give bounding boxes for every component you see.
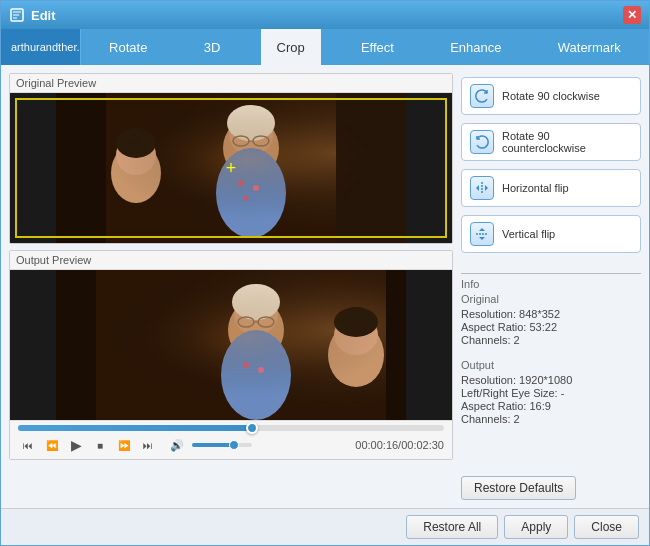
info-section-label: Info (461, 278, 641, 290)
close-window-button[interactable]: ✕ (623, 6, 641, 24)
play-button[interactable]: ▶ (66, 435, 86, 455)
h-flip-button[interactable]: Horizontal flip (461, 169, 641, 207)
volume-slider[interactable] (192, 443, 252, 447)
original-preview-label: Original Preview (10, 74, 452, 93)
right-panel: Rotate 90 clockwise Rotate 90 counterclo… (461, 73, 641, 500)
output-channels: Channels: 2 (461, 413, 641, 425)
tab-effect[interactable]: Effect (345, 29, 410, 65)
output-lr-size: Left/Right Eye Size: - (461, 387, 641, 399)
window-title: Edit (31, 8, 56, 23)
step-back-button[interactable]: ⏪ (42, 435, 62, 455)
title-bar: Edit ✕ (1, 1, 649, 29)
skip-forward-button[interactable]: ⏭ (138, 435, 158, 455)
output-aspect: Aspect Ratio: 16:9 (461, 400, 641, 412)
title-bar-left: Edit (9, 7, 56, 23)
tab-enhance[interactable]: Enhance (434, 29, 517, 65)
step-forward-button[interactable]: ⏩ (114, 435, 134, 455)
svg-marker-42 (476, 185, 479, 191)
original-preview-section: Original Preview (9, 73, 453, 244)
edit-icon (9, 7, 25, 23)
rotate-cw-icon (470, 84, 494, 108)
svg-marker-46 (479, 237, 485, 240)
rotate-ccw-icon (470, 130, 494, 154)
v-flip-label: Vertical flip (502, 228, 555, 240)
file-tab[interactable]: arthurandther... (1, 29, 81, 65)
progress-bar[interactable] (18, 425, 444, 431)
original-label: Original (461, 293, 641, 305)
output-preview-video (10, 270, 452, 420)
info-section: Info Original Resolution: 848*352 Aspect… (461, 269, 641, 426)
time-display: 00:00:16/00:02:30 (355, 439, 444, 451)
svg-marker-43 (485, 185, 488, 191)
main-content: Original Preview (1, 65, 649, 508)
playback-bar: ⏮ ⏪ ▶ ■ ⏩ ⏭ 🔊 00:00:16/00:02:30 (10, 420, 452, 459)
tab-bar: arthurandther... Rotate 3D Crop Effect E… (1, 29, 649, 65)
original-resolution: Resolution: 848*352 (461, 308, 641, 320)
restore-all-button[interactable]: Restore All (406, 515, 498, 539)
tab-rotate[interactable]: Rotate (93, 29, 163, 65)
apply-button[interactable]: Apply (504, 515, 568, 539)
stop-button[interactable]: ■ (90, 435, 110, 455)
info-divider-top (461, 273, 641, 274)
svg-rect-22 (56, 93, 406, 243)
volume-thumb (229, 440, 239, 450)
left-panel: Original Preview (9, 73, 453, 500)
output-video-canvas (10, 270, 452, 420)
svg-marker-45 (479, 228, 485, 231)
progress-fill (18, 425, 252, 431)
skip-back-button[interactable]: ⏮ (18, 435, 38, 455)
volume-fill (192, 443, 234, 447)
restore-defaults-button[interactable]: Restore Defaults (461, 476, 576, 500)
bottom-bar: Restore All Apply Close (1, 508, 649, 545)
original-video-canvas (10, 93, 452, 243)
main-window: Edit ✕ arthurandther... Rotate 3D Crop E… (0, 0, 650, 546)
tab-crop[interactable]: Crop (261, 29, 321, 65)
output-label: Output (461, 359, 641, 371)
v-flip-icon (470, 222, 494, 246)
svg-rect-40 (56, 270, 406, 420)
output-resolution: Resolution: 1920*1080 (461, 374, 641, 386)
rotate-cw-label: Rotate 90 clockwise (502, 90, 600, 102)
tabs-container: Rotate 3D Crop Effect Enhance Watermark (81, 29, 649, 65)
v-flip-button[interactable]: Vertical flip (461, 215, 641, 253)
rotate-ccw-button[interactable]: Rotate 90 counterclockwise (461, 123, 641, 161)
tab-3d[interactable]: 3D (188, 29, 237, 65)
tab-watermark[interactable]: Watermark (542, 29, 637, 65)
close-button[interactable]: Close (574, 515, 639, 539)
progress-thumb (246, 422, 258, 434)
controls-row: ⏮ ⏪ ▶ ■ ⏩ ⏭ 🔊 00:00:16/00:02:30 (18, 435, 444, 455)
original-preview-video: + (10, 93, 452, 243)
volume-icon: 🔊 (170, 439, 184, 452)
original-channels: Channels: 2 (461, 334, 641, 346)
h-flip-icon (470, 176, 494, 200)
original-aspect: Aspect Ratio: 53:22 (461, 321, 641, 333)
output-preview-section: Output Preview (9, 250, 453, 460)
rotate-cw-button[interactable]: Rotate 90 clockwise (461, 77, 641, 115)
rotate-ccw-label: Rotate 90 counterclockwise (502, 130, 632, 154)
h-flip-label: Horizontal flip (502, 182, 569, 194)
output-preview-label: Output Preview (10, 251, 452, 270)
